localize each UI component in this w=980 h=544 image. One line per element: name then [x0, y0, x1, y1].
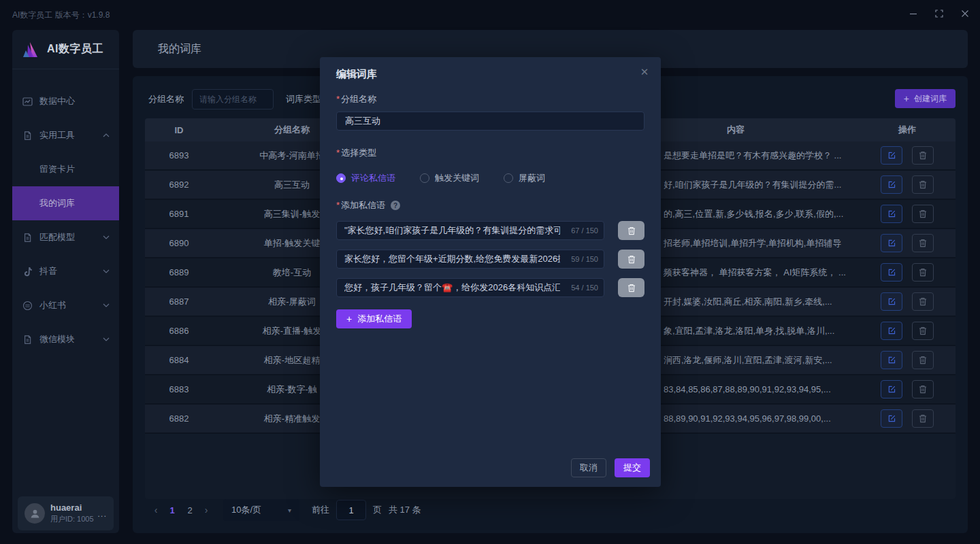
chevron-up-icon — [103, 133, 110, 137]
edit-row-button[interactable] — [881, 322, 902, 340]
group-filter-label: 分组名称 — [148, 93, 184, 105]
sidebar-item[interactable]: 实用工具 — [12, 118, 119, 152]
cell-ops — [859, 351, 956, 369]
delete-row-button[interactable] — [912, 409, 934, 428]
plus-icon — [346, 313, 352, 324]
page-size-select[interactable]: 10条/页 ▾ — [223, 499, 299, 521]
sidebar-item-label: 实用工具 — [39, 129, 103, 141]
sidebar: AI数字员工 数据中心实用工具留资卡片我的词库匹配模型抖音小红书微信模块 hua… — [12, 30, 119, 533]
delete-row-button[interactable] — [912, 263, 934, 282]
sidebar-item[interactable]: 抖音 — [12, 254, 119, 288]
app-window: AI数字员工 版本号：v1.9.8 — [0, 0, 980, 544]
edit-row-button[interactable] — [881, 175, 902, 194]
messages-label: 添加私信语 — [336, 199, 385, 211]
chevron-down-icon — [103, 303, 110, 307]
delete-row-button[interactable] — [912, 380, 934, 398]
page-title: 我的词库 — [158, 30, 201, 68]
total-count-label: 共 17 条 — [389, 504, 421, 516]
sidebar-item[interactable]: 微信模块 — [12, 322, 119, 356]
logo-text: AI数字员工 — [47, 42, 103, 56]
close-icon[interactable]: ✕ — [638, 65, 651, 79]
page-unit-label: 页 — [373, 504, 382, 516]
type-radio[interactable]: 评论私信语 — [336, 172, 395, 184]
sidebar-item[interactable]: 我的词库 — [12, 186, 119, 220]
char-counter: 67 / 150 — [571, 221, 598, 240]
cell-ops — [859, 205, 956, 223]
edit-library-modal: 编辑词库 ✕ 分组名称 选择类型 评论私信语触发关键词屏蔽词 添加私信语 ? 6… — [320, 57, 661, 487]
message-input[interactable] — [336, 278, 604, 297]
radio-label: 评论私信语 — [351, 172, 395, 184]
user-menu-icon[interactable]: ... — [97, 509, 107, 519]
submit-button[interactable]: 提交 — [615, 458, 650, 477]
message-row: 59 / 150 — [336, 250, 644, 269]
group-filter-input[interactable] — [192, 89, 274, 109]
edit-row-button[interactable] — [881, 205, 902, 223]
page-number[interactable]: 2 — [181, 505, 199, 515]
char-counter: 59 / 150 — [571, 250, 598, 269]
chevron-down-icon: ▾ — [288, 507, 291, 514]
create-library-button[interactable]: 创建词库 — [895, 89, 956, 108]
sidebar-item[interactable]: 留资卡片 — [12, 152, 119, 186]
delete-row-button[interactable] — [912, 292, 934, 311]
sidebar-menu: 数据中心实用工具留资卡片我的词库匹配模型抖音小红书微信模块 — [12, 69, 119, 356]
sidebar-item-label: 匹配模型 — [39, 231, 103, 243]
prev-page-icon[interactable]: ‹ — [148, 505, 163, 515]
sidebar-item-label: 留资卡片 — [39, 163, 110, 175]
modal-title: 编辑词库 — [336, 57, 644, 81]
cell-id: 6884 — [145, 355, 213, 365]
delete-row-button[interactable] — [912, 146, 934, 165]
cell-id: 6883 — [145, 384, 213, 394]
close-window-icon[interactable] — [960, 8, 970, 19]
delete-message-button[interactable] — [618, 278, 644, 297]
add-message-button[interactable]: 添加私信语 — [336, 309, 412, 328]
user-id: 用户ID: 1005 — [50, 514, 97, 524]
delete-row-button[interactable] — [912, 351, 934, 369]
sidebar-item[interactable]: 匹配模型 — [12, 220, 119, 254]
sidebar-item[interactable]: 小红书 — [12, 288, 119, 322]
sidebar-item-label: 我的词库 — [39, 197, 110, 209]
edit-row-button[interactable] — [881, 351, 902, 369]
group-name-input[interactable] — [336, 112, 644, 131]
delete-row-button[interactable] — [912, 234, 934, 252]
page-number[interactable]: 1 — [163, 505, 181, 515]
cell-id: 6893 — [145, 150, 213, 160]
message-input[interactable] — [336, 221, 604, 240]
type-filter-label: 词库类型 — [286, 93, 321, 105]
topbar: AI数字员工 版本号：v1.9.8 — [0, 0, 980, 30]
cell-ops — [859, 175, 956, 194]
edit-row-button[interactable] — [881, 380, 902, 398]
app-logo: AI数字员工 — [12, 30, 119, 69]
next-page-icon[interactable]: › — [199, 505, 214, 515]
user-card[interactable]: huaerai 用户ID: 1005 ... — [18, 496, 114, 530]
cancel-button[interactable]: 取消 — [571, 458, 606, 477]
goto-page-input[interactable] — [336, 500, 366, 520]
goto-label: 前往 — [312, 504, 329, 516]
cell-ops — [859, 146, 956, 165]
edit-row-button[interactable] — [881, 234, 902, 252]
doc-icon — [22, 130, 33, 141]
edit-row-button[interactable] — [881, 292, 902, 311]
select-type-label: 选择类型 — [336, 147, 376, 159]
delete-row-button[interactable] — [912, 205, 934, 223]
help-icon[interactable]: ? — [391, 201, 400, 210]
maximize-icon[interactable] — [934, 8, 945, 19]
delete-row-button[interactable] — [912, 322, 934, 340]
chevron-down-icon — [103, 337, 110, 341]
delete-message-button[interactable] — [618, 250, 644, 269]
doc-icon — [22, 334, 33, 345]
message-input[interactable] — [336, 250, 604, 269]
window-controls — [908, 8, 970, 19]
cell-id: 6882 — [145, 413, 213, 424]
type-radio[interactable]: 触发关键词 — [420, 172, 479, 184]
radio-icon — [504, 173, 513, 183]
edit-row-button[interactable] — [881, 146, 902, 165]
delete-row-button[interactable] — [912, 175, 934, 194]
delete-message-button[interactable] — [618, 221, 644, 240]
minimize-icon[interactable] — [908, 8, 919, 19]
edit-row-button[interactable] — [881, 263, 902, 282]
type-radio[interactable]: 屏蔽词 — [504, 172, 545, 184]
sidebar-item[interactable]: 数据中心 — [12, 84, 119, 118]
sidebar-item-label: 数据中心 — [39, 95, 110, 107]
user-name: huaerai — [50, 503, 97, 513]
edit-row-button[interactable] — [881, 409, 902, 428]
